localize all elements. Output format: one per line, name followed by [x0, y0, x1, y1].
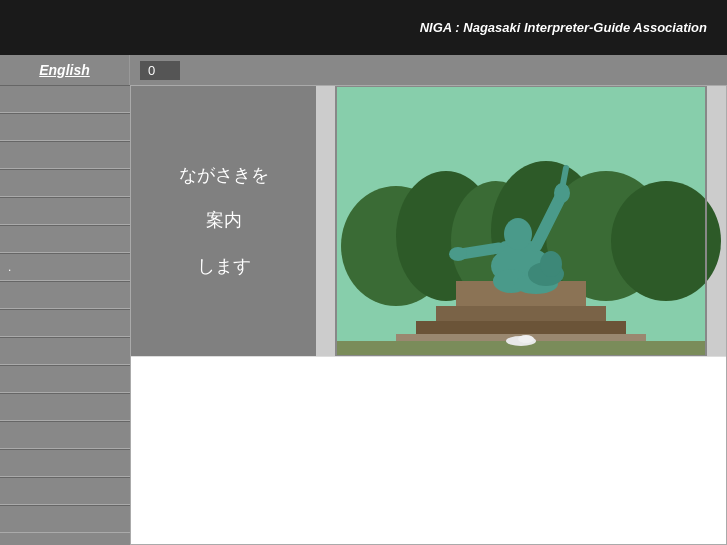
- sidebar-item-16[interactable]: [0, 505, 130, 533]
- content-top: ながさきを 案内 します: [131, 86, 726, 356]
- sidebar-item-11[interactable]: [0, 365, 130, 393]
- japanese-text-line1: ながさきを: [179, 163, 269, 188]
- svg-point-23: [540, 251, 562, 277]
- sidebar-item-5[interactable]: [0, 197, 130, 225]
- sidebar-item-7[interactable]: .: [0, 253, 130, 281]
- content-area: ながさきを 案内 します: [130, 85, 727, 545]
- statue-svg: [316, 86, 726, 356]
- sidebar-item-10[interactable]: [0, 337, 130, 365]
- main-layout: . ながさきを 案内 します: [0, 85, 727, 545]
- sidebar-item-13[interactable]: [0, 421, 130, 449]
- sidebar-item-3[interactable]: [0, 141, 130, 169]
- svg-line-17: [563, 168, 566, 184]
- sidebar: .: [0, 85, 130, 545]
- nav-bar: English 0: [0, 55, 727, 85]
- svg-point-25: [518, 335, 534, 343]
- sidebar-item-15[interactable]: [0, 477, 130, 505]
- sidebar-item-1[interactable]: [0, 85, 130, 113]
- sidebar-item-9[interactable]: [0, 309, 130, 337]
- japanese-text-line3: します: [197, 254, 251, 279]
- header-bar: NIGA : Nagasaki Interpreter-Guide Associ…: [0, 0, 727, 55]
- sidebar-item-4[interactable]: [0, 169, 130, 197]
- japanese-text-line2: 案内: [206, 208, 242, 233]
- english-language-button[interactable]: English: [0, 55, 130, 85]
- sidebar-item-6[interactable]: [0, 225, 130, 253]
- sidebar-item-12[interactable]: [0, 393, 130, 421]
- page-counter: 0: [140, 61, 180, 80]
- site-title: NIGA : Nagasaki Interpreter-Guide Associ…: [420, 20, 707, 35]
- content-bottom-area: [131, 356, 726, 544]
- svg-point-6: [611, 181, 721, 301]
- svg-point-19: [449, 247, 467, 261]
- svg-rect-9: [416, 321, 626, 336]
- text-panel: ながさきを 案内 します: [131, 86, 316, 356]
- svg-point-14: [504, 218, 532, 250]
- sidebar-item-8[interactable]: [0, 281, 130, 309]
- sidebar-item-14[interactable]: [0, 449, 130, 477]
- sidebar-item-2[interactable]: [0, 113, 130, 141]
- statue-image-panel: [316, 86, 726, 356]
